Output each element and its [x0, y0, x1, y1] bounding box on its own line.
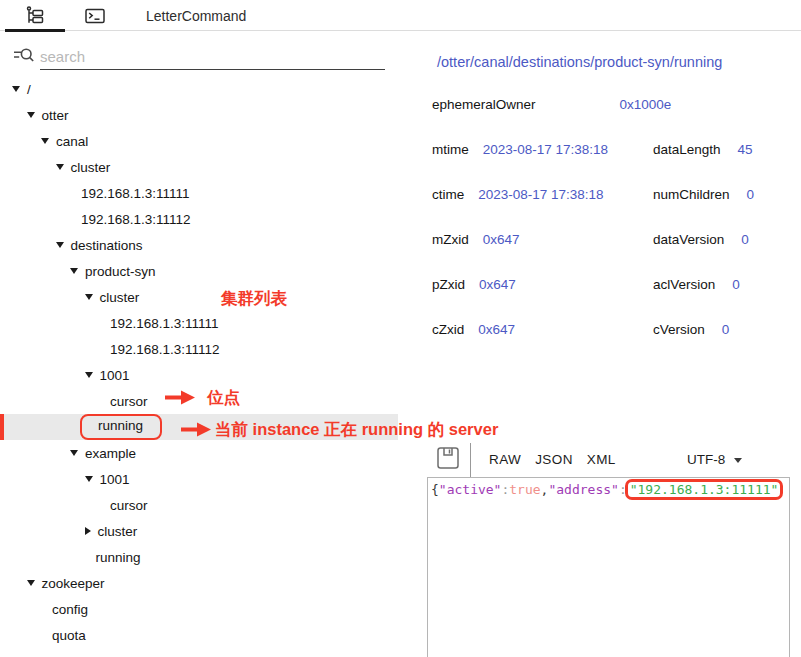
- save-icon[interactable]: [436, 446, 460, 470]
- stat-label: ephemeralOwner: [432, 97, 536, 112]
- stat-label: mtime: [432, 142, 469, 157]
- format-tabs: RAWJSONXML: [489, 452, 616, 467]
- search-icon: [13, 46, 35, 66]
- tree-node-label: 192.168.1.3:11111: [81, 186, 190, 201]
- terminal-icon: [85, 7, 105, 25]
- stat-ctime: ctime2023-08-17 17:38:18: [432, 187, 671, 205]
- tab-tree-view[interactable]: [5, 0, 65, 31]
- tree-node-label: cursor: [110, 394, 148, 409]
- tree-node-label: example: [85, 446, 136, 461]
- tree-node-label: cluster: [100, 290, 140, 305]
- tree-node-label: 192.168.1.3:11111: [110, 316, 219, 331]
- caret-down-icon[interactable]: [85, 294, 93, 300]
- tree-node-zookeeper[interactable]: zookeeper: [0, 570, 398, 596]
- caret-down-icon[interactable]: [56, 164, 64, 170]
- stat-dataLength: dataLength45: [653, 142, 754, 160]
- detail-pane: /otter/canal/destinations/product-syn/ru…: [428, 0, 801, 657]
- stat-aclVersion: aclVersion0: [653, 277, 754, 295]
- stat-label: ctime: [432, 187, 464, 202]
- tree-node-192-168-1-3-11112[interactable]: 192.168.1.3:11112: [0, 336, 398, 362]
- code-token-plain: {: [431, 482, 439, 497]
- tree-node-otter[interactable]: otter: [0, 102, 398, 128]
- tree-node-running[interactable]: running: [0, 544, 398, 570]
- stat-label: dataLength: [653, 142, 721, 157]
- caret-down-icon[interactable]: [41, 138, 49, 144]
- tree-node-cluster[interactable]: cluster: [0, 518, 398, 544]
- tree-node-1001[interactable]: 1001: [0, 362, 398, 388]
- caret-down-icon[interactable]: [85, 476, 93, 482]
- stat-pZxid: pZxid0x647: [432, 277, 671, 295]
- zk-node-tree: /ottercanalcluster192.168.1.3:11111192.1…: [0, 76, 398, 648]
- tree-node-cursor[interactable]: cursor: [0, 492, 398, 518]
- code-token-str: "192.168.1.3:11111": [630, 482, 779, 497]
- stats-column-right: dataLength45numChildren0dataVersion0aclV…: [653, 142, 754, 367]
- search-input[interactable]: [40, 44, 385, 70]
- stat-mZxid: mZxid0x647: [432, 232, 671, 250]
- caret-down-icon[interactable]: [56, 242, 64, 248]
- stat-label: dataVersion: [653, 232, 724, 247]
- caret-down-icon[interactable]: [85, 372, 93, 378]
- tree-node-label: quota: [52, 628, 86, 643]
- tree-node-quota[interactable]: quota: [0, 622, 398, 648]
- format-tab-xml[interactable]: XML: [587, 452, 616, 467]
- stat-value: 2023-08-17 17:38:18: [483, 142, 608, 157]
- stat-cVersion: cVersion0: [653, 322, 754, 340]
- tree-node-label: cursor: [110, 498, 148, 513]
- app-window: LetterCommand /ottercanalcluster192.168.…: [0, 0, 801, 657]
- tree-node-config[interactable]: config: [0, 596, 398, 622]
- code-token-key: "active": [439, 482, 502, 497]
- tree-node-label: cluster: [71, 160, 111, 175]
- stat-cZxid: cZxid0x647: [432, 322, 671, 340]
- tree-node-192-168-1-3-11112[interactable]: 192.168.1.3:11112: [0, 206, 398, 232]
- code-token-bool: true: [509, 482, 540, 497]
- format-tab-raw[interactable]: RAW: [489, 452, 521, 467]
- tree-node-[interactable]: /: [0, 76, 398, 102]
- caret-down-icon[interactable]: [27, 112, 35, 118]
- stat-value: 0x647: [478, 322, 515, 337]
- tree-node-cluster[interactable]: cluster: [0, 284, 398, 310]
- tree-node-label: cluster: [98, 524, 138, 539]
- tree-node-192-168-1-3-11111[interactable]: 192.168.1.3:11111: [0, 180, 398, 206]
- format-tab-json[interactable]: JSON: [535, 452, 573, 467]
- tree-node-example[interactable]: example: [0, 440, 398, 466]
- tree-node-label: otter: [42, 108, 69, 123]
- stat-numChildren: numChildren0: [653, 187, 754, 205]
- stat-mtime: mtime2023-08-17 17:38:18: [432, 142, 671, 160]
- toolbar-divider: [470, 443, 471, 477]
- tree-node-label: product-syn: [85, 264, 156, 279]
- tree-node-cursor[interactable]: cursor: [0, 388, 398, 414]
- encoding-label: UTF-8: [687, 452, 725, 467]
- caret-right-icon[interactable]: [85, 527, 91, 535]
- tree-node-label: destinations: [71, 238, 143, 253]
- tree-node-label: 192.168.1.3:11112: [81, 212, 191, 227]
- stat-label: mZxid: [432, 232, 469, 247]
- caret-down-icon[interactable]: [12, 86, 20, 92]
- tree-node-label: /: [27, 82, 31, 97]
- stat-value: 0x647: [483, 232, 520, 247]
- annotation-cluster-list: 集群列表: [221, 288, 287, 310]
- tree-icon: [25, 6, 45, 26]
- tree-node-canal[interactable]: canal: [0, 128, 398, 154]
- stats-column-left: ephemeralOwner0x1000emtime2023-08-17 17:…: [432, 97, 671, 367]
- editor-toolbar: RAWJSONXML UTF-8: [428, 442, 801, 477]
- caret-down-icon[interactable]: [70, 450, 78, 456]
- stat-value: 0: [732, 277, 740, 292]
- tree-node-1001[interactable]: 1001: [0, 466, 398, 492]
- annotation-running-note: 当前 instance 正在 running 的 server: [215, 419, 498, 441]
- tab-terminal[interactable]: [75, 0, 115, 31]
- tree-node-destinations[interactable]: destinations: [0, 232, 398, 258]
- caret-down-icon[interactable]: [70, 268, 78, 274]
- tree-node-192-168-1-3-11111[interactable]: 192.168.1.3:11111: [0, 310, 398, 336]
- node-data-editor[interactable]: {"active":true,"address":"192.168.1.3:11…: [427, 477, 790, 657]
- encoding-select[interactable]: UTF-8: [687, 452, 742, 467]
- stat-value: 0x647: [479, 277, 516, 292]
- stat-label: pZxid: [432, 277, 465, 292]
- caret-down-icon[interactable]: [27, 580, 35, 586]
- tree-node-product-syn[interactable]: product-syn: [0, 258, 398, 284]
- stat-value: 0: [722, 322, 730, 337]
- stat-value: 2023-08-17 17:38:18: [478, 187, 603, 202]
- tree-node-cluster[interactable]: cluster: [0, 154, 398, 180]
- code-line: {"active":true,"address":"192.168.1.3:11…: [431, 481, 789, 499]
- stat-value: 0x1000e: [620, 97, 672, 112]
- tree-node-label: config: [52, 602, 88, 617]
